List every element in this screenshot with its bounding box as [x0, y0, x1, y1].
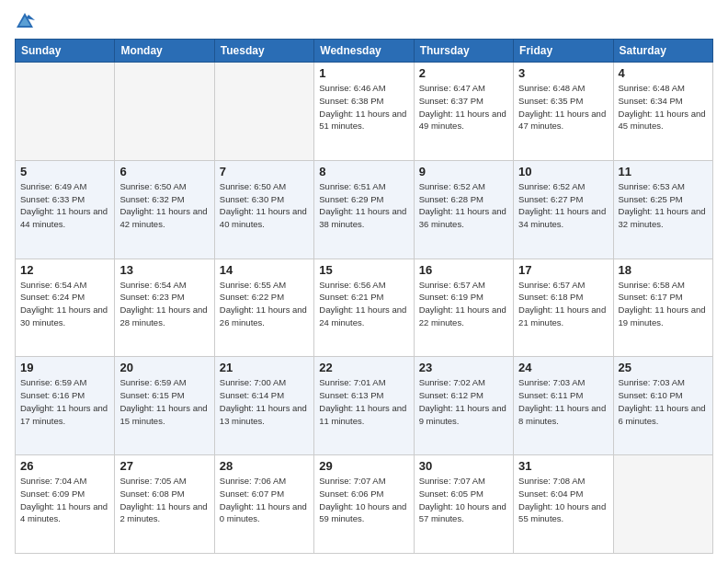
- day-number: 19: [20, 361, 109, 374]
- weekday-header-monday: Monday: [115, 40, 214, 63]
- day-info: Sunrise: 7:06 AMSunset: 6:07 PMDaylight:…: [220, 475, 309, 525]
- weekday-header-row: SundayMondayTuesdayWednesdayThursdayFrid…: [16, 40, 713, 63]
- day-info: Sunrise: 6:52 AMSunset: 6:28 PMDaylight:…: [419, 180, 508, 231]
- day-info: Sunrise: 6:55 AMSunset: 6:22 PMDaylight:…: [220, 279, 309, 329]
- day-number: 31: [518, 459, 608, 473]
- day-number: 4: [619, 66, 708, 80]
- calendar-cell: 2Sunrise: 6:47 AMSunset: 6:37 PMDaylight…: [414, 63, 513, 161]
- calendar-table: SundayMondayTuesdayWednesdayThursdayFrid…: [15, 39, 713, 554]
- day-number: 24: [518, 361, 608, 374]
- day-info: Sunrise: 6:59 AMSunset: 6:16 PMDaylight:…: [20, 376, 109, 427]
- calendar-cell: 11Sunrise: 6:53 AMSunset: 6:25 PMDayligh…: [613, 160, 712, 259]
- day-number: 2: [419, 66, 508, 80]
- day-number: 1: [319, 66, 408, 80]
- day-info: Sunrise: 6:54 AMSunset: 6:24 PMDaylight:…: [20, 279, 109, 329]
- day-number: 18: [619, 263, 708, 277]
- day-number: 5: [20, 165, 109, 178]
- calendar-cell: 19Sunrise: 6:59 AMSunset: 6:16 PMDayligh…: [16, 357, 115, 455]
- calendar-cell: 9Sunrise: 6:52 AMSunset: 6:28 PMDaylight…: [414, 160, 513, 259]
- calendar-cell: 17Sunrise: 6:57 AMSunset: 6:18 PMDayligh…: [514, 259, 613, 357]
- day-info: Sunrise: 6:52 AMSunset: 6:27 PMDaylight:…: [518, 180, 608, 231]
- day-number: 6: [119, 165, 209, 178]
- day-info: Sunrise: 6:54 AMSunset: 6:23 PMDaylight:…: [119, 279, 209, 329]
- day-number: 26: [20, 459, 109, 473]
- calendar-cell: 13Sunrise: 6:54 AMSunset: 6:23 PMDayligh…: [115, 259, 214, 357]
- day-info: Sunrise: 6:59 AMSunset: 6:15 PMDaylight:…: [119, 376, 209, 427]
- calendar-cell: [613, 455, 712, 554]
- day-info: Sunrise: 7:04 AMSunset: 6:09 PMDaylight:…: [20, 475, 109, 525]
- calendar-cell: 30Sunrise: 7:07 AMSunset: 6:05 PMDayligh…: [414, 455, 513, 554]
- day-number: 17: [518, 263, 608, 277]
- day-info: Sunrise: 6:56 AMSunset: 6:21 PMDaylight:…: [319, 279, 408, 329]
- day-info: Sunrise: 7:07 AMSunset: 6:05 PMDaylight:…: [419, 475, 508, 525]
- page: SundayMondayTuesdayWednesdayThursdayFrid…: [0, 0, 728, 563]
- calendar-cell: 14Sunrise: 6:55 AMSunset: 6:22 PMDayligh…: [214, 259, 313, 357]
- weekday-header-thursday: Thursday: [414, 40, 513, 63]
- day-number: 11: [619, 165, 708, 178]
- calendar-cell: 31Sunrise: 7:08 AMSunset: 6:04 PMDayligh…: [514, 455, 613, 554]
- day-number: 27: [119, 459, 209, 473]
- calendar-cell: 26Sunrise: 7:04 AMSunset: 6:09 PMDayligh…: [16, 455, 115, 554]
- day-info: Sunrise: 6:49 AMSunset: 6:33 PMDaylight:…: [20, 180, 109, 231]
- day-info: Sunrise: 6:57 AMSunset: 6:19 PMDaylight:…: [419, 279, 508, 329]
- calendar-cell: 7Sunrise: 6:50 AMSunset: 6:30 PMDaylight…: [214, 160, 313, 259]
- calendar-cell: 29Sunrise: 7:07 AMSunset: 6:06 PMDayligh…: [314, 455, 414, 554]
- calendar-cell: 24Sunrise: 7:03 AMSunset: 6:11 PMDayligh…: [514, 357, 613, 455]
- day-info: Sunrise: 7:08 AMSunset: 6:04 PMDaylight:…: [518, 475, 608, 525]
- day-number: 28: [220, 459, 309, 473]
- calendar-cell: 4Sunrise: 6:48 AMSunset: 6:34 PMDaylight…: [613, 63, 712, 161]
- day-number: 10: [518, 165, 608, 178]
- day-info: Sunrise: 7:02 AMSunset: 6:12 PMDaylight:…: [419, 376, 508, 427]
- header: [15, 11, 713, 31]
- calendar-cell: 22Sunrise: 7:01 AMSunset: 6:13 PMDayligh…: [314, 357, 414, 455]
- calendar-cell: 5Sunrise: 6:49 AMSunset: 6:33 PMDaylight…: [16, 160, 115, 259]
- calendar-cell: 12Sunrise: 6:54 AMSunset: 6:24 PMDayligh…: [16, 259, 115, 357]
- weekday-header-tuesday: Tuesday: [214, 40, 313, 63]
- day-number: 12: [20, 263, 109, 277]
- day-info: Sunrise: 6:58 AMSunset: 6:17 PMDaylight:…: [619, 279, 708, 329]
- day-info: Sunrise: 6:51 AMSunset: 6:29 PMDaylight:…: [319, 180, 408, 231]
- calendar-cell: [16, 63, 115, 161]
- calendar-cell: 15Sunrise: 6:56 AMSunset: 6:21 PMDayligh…: [314, 259, 414, 357]
- calendar-cell: 18Sunrise: 6:58 AMSunset: 6:17 PMDayligh…: [613, 259, 712, 357]
- day-info: Sunrise: 6:57 AMSunset: 6:18 PMDaylight:…: [518, 279, 608, 329]
- day-info: Sunrise: 6:48 AMSunset: 6:34 PMDaylight:…: [619, 82, 708, 132]
- day-info: Sunrise: 6:53 AMSunset: 6:25 PMDaylight:…: [619, 180, 708, 231]
- day-number: 20: [119, 361, 209, 374]
- week-row-1: 1Sunrise: 6:46 AMSunset: 6:38 PMDaylight…: [16, 63, 713, 161]
- calendar-cell: 10Sunrise: 6:52 AMSunset: 6:27 PMDayligh…: [514, 160, 613, 259]
- calendar-cell: 21Sunrise: 7:00 AMSunset: 6:14 PMDayligh…: [214, 357, 313, 455]
- week-row-5: 26Sunrise: 7:04 AMSunset: 6:09 PMDayligh…: [16, 455, 713, 554]
- day-number: 9: [419, 165, 508, 178]
- day-number: 22: [319, 361, 408, 374]
- day-info: Sunrise: 6:50 AMSunset: 6:30 PMDaylight:…: [220, 180, 309, 231]
- week-row-2: 5Sunrise: 6:49 AMSunset: 6:33 PMDaylight…: [16, 160, 713, 259]
- day-number: 30: [419, 459, 508, 473]
- day-info: Sunrise: 7:07 AMSunset: 6:06 PMDaylight:…: [319, 475, 408, 525]
- calendar-cell: 20Sunrise: 6:59 AMSunset: 6:15 PMDayligh…: [115, 357, 214, 455]
- day-info: Sunrise: 6:47 AMSunset: 6:37 PMDaylight:…: [419, 82, 508, 132]
- day-number: 29: [319, 459, 408, 473]
- day-info: Sunrise: 7:00 AMSunset: 6:14 PMDaylight:…: [220, 376, 309, 427]
- day-number: 7: [220, 165, 309, 178]
- calendar-cell: 3Sunrise: 6:48 AMSunset: 6:35 PMDaylight…: [514, 63, 613, 161]
- logo: [15, 11, 39, 31]
- day-number: 8: [319, 165, 408, 178]
- week-row-3: 12Sunrise: 6:54 AMSunset: 6:24 PMDayligh…: [16, 259, 713, 357]
- day-info: Sunrise: 7:01 AMSunset: 6:13 PMDaylight:…: [319, 376, 408, 427]
- calendar-cell: 1Sunrise: 6:46 AMSunset: 6:38 PMDaylight…: [314, 63, 414, 161]
- day-number: 16: [419, 263, 508, 277]
- weekday-header-wednesday: Wednesday: [314, 40, 414, 63]
- day-info: Sunrise: 6:48 AMSunset: 6:35 PMDaylight:…: [518, 82, 608, 132]
- day-number: 3: [518, 66, 608, 80]
- day-info: Sunrise: 7:03 AMSunset: 6:10 PMDaylight:…: [619, 376, 708, 427]
- day-info: Sunrise: 6:50 AMSunset: 6:32 PMDaylight:…: [119, 180, 209, 231]
- day-number: 14: [220, 263, 309, 277]
- logo-icon: [15, 11, 35, 31]
- calendar-cell: [115, 63, 214, 161]
- calendar-cell: 27Sunrise: 7:05 AMSunset: 6:08 PMDayligh…: [115, 455, 214, 554]
- day-number: 21: [220, 361, 309, 374]
- calendar-cell: [214, 63, 313, 161]
- calendar-cell: 8Sunrise: 6:51 AMSunset: 6:29 PMDaylight…: [314, 160, 414, 259]
- day-info: Sunrise: 7:05 AMSunset: 6:08 PMDaylight:…: [119, 475, 209, 525]
